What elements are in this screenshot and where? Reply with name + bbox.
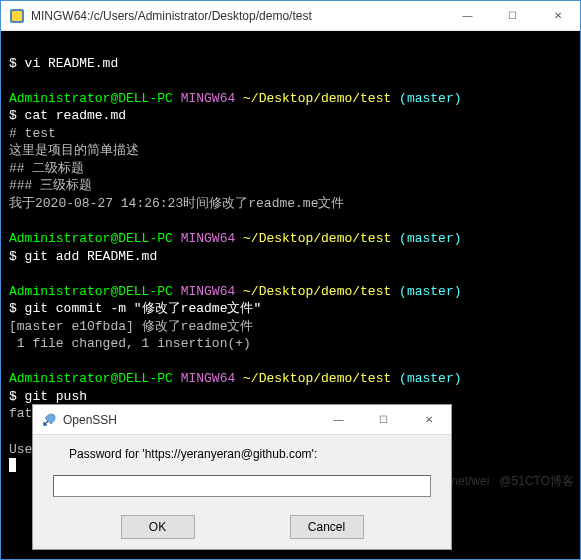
- close-button[interactable]: ✕: [535, 1, 580, 30]
- prompt-path: ~/Desktop/demo/test: [243, 231, 391, 246]
- cmd-line: $ vi README.md: [9, 56, 118, 71]
- output-line: 这里是项目的简单描述: [9, 143, 139, 158]
- output-line: [master e10fbda] 修改了readme文件: [9, 319, 253, 334]
- titlebar[interactable]: MINGW64:/c/Users/Administrator/Desktop/d…: [1, 1, 580, 31]
- prompt-user: Administrator@DELL-PC: [9, 371, 173, 386]
- prompt-user: Administrator@DELL-PC: [9, 231, 173, 246]
- svg-rect-1: [12, 11, 22, 21]
- prompt-branch: (master): [391, 91, 461, 106]
- prompt-branch: (master): [391, 284, 461, 299]
- prompt-user: Administrator@DELL-PC: [9, 91, 173, 106]
- dialog-maximize-button[interactable]: ☐: [361, 405, 406, 434]
- openssh-dialog: OpenSSH — ☐ ✕ Password for 'https://yera…: [32, 404, 452, 550]
- feather-icon: [41, 412, 57, 428]
- prompt-mingw: MINGW64: [173, 91, 243, 106]
- output-line: ## 二级标题: [9, 161, 84, 176]
- prompt-mingw: MINGW64: [173, 231, 243, 246]
- window-title: MINGW64:/c/Users/Administrator/Desktop/d…: [31, 9, 445, 23]
- dialog-buttons: OK Cancel: [33, 515, 451, 549]
- output-line: 1 file changed, 1 insertion(+): [9, 336, 251, 351]
- dialog-close-button[interactable]: ✕: [406, 405, 451, 434]
- minimize-button[interactable]: —: [445, 1, 490, 30]
- ok-button[interactable]: OK: [121, 515, 195, 539]
- prompt-branch: (master): [391, 371, 461, 386]
- dialog-title: OpenSSH: [63, 413, 316, 427]
- password-prompt: Password for 'https://yeranyeran@github.…: [69, 447, 431, 461]
- app-icon: [9, 8, 25, 24]
- terminal-cursor: [9, 458, 16, 472]
- prompt-branch: (master): [391, 231, 461, 246]
- prompt-user: Administrator@DELL-PC: [9, 284, 173, 299]
- cmd-line: $ cat readme.md: [9, 108, 126, 123]
- prompt-path: ~/Desktop/demo/test: [243, 284, 391, 299]
- output-line: # test: [9, 126, 56, 141]
- cmd-line: $ git push: [9, 389, 87, 404]
- dialog-window-controls: — ☐ ✕: [316, 405, 451, 434]
- output-line: ### 三级标题: [9, 178, 92, 193]
- prompt-path: ~/Desktop/demo/test: [243, 91, 391, 106]
- cmd-line: $ git add README.md: [9, 249, 157, 264]
- password-input[interactable]: [53, 475, 431, 497]
- dialog-body: Password for 'https://yeranyeran@github.…: [33, 435, 451, 515]
- cancel-button[interactable]: Cancel: [290, 515, 364, 539]
- cmd-line: $ git commit -m "修改了readme文件": [9, 301, 261, 316]
- output-line: 我于2020-08-27 14:26:23时间修改了readme.me文件: [9, 196, 344, 211]
- prompt-mingw: MINGW64: [173, 284, 243, 299]
- prompt-path: ~/Desktop/demo/test: [243, 371, 391, 386]
- dialog-minimize-button[interactable]: —: [316, 405, 361, 434]
- maximize-button[interactable]: ☐: [490, 1, 535, 30]
- window-controls: — ☐ ✕: [445, 1, 580, 30]
- prompt-mingw: MINGW64: [173, 371, 243, 386]
- dialog-titlebar[interactable]: OpenSSH — ☐ ✕: [33, 405, 451, 435]
